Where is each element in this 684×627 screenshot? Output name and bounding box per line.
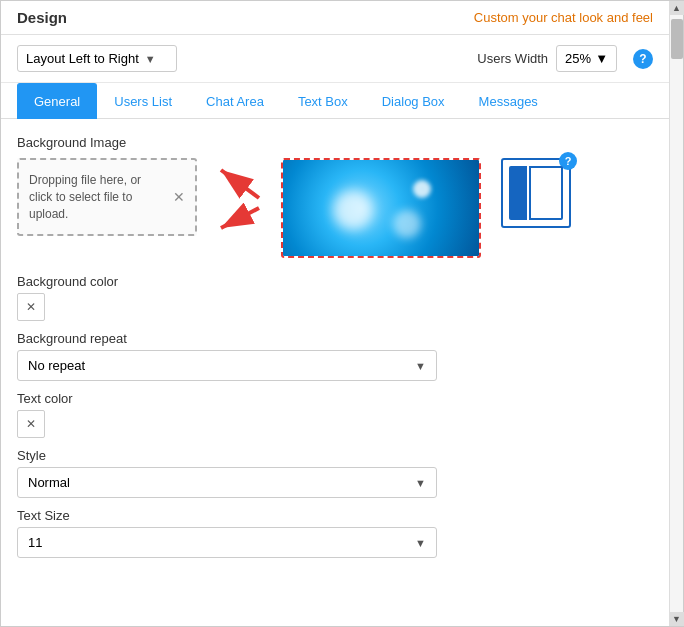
text-color-swatch[interactable]: ✕ — [17, 410, 45, 438]
text-size-arrow-icon: ▼ — [415, 537, 426, 549]
svg-line-3 — [221, 208, 259, 228]
tab-general[interactable]: General — [17, 83, 97, 119]
tab-text-box[interactable]: Text Box — [281, 83, 365, 119]
style-dropdown[interactable]: Normal ▼ — [17, 467, 437, 498]
bg-color-x-icon: ✕ — [26, 300, 36, 314]
preview-image-inner — [283, 160, 479, 256]
bg-color-label: Background color — [17, 274, 653, 289]
page-subtitle: Custom your chat look and feel — [474, 10, 653, 25]
users-width-arrow: ▼ — [595, 51, 608, 66]
scrollbar: ▲ ▼ — [669, 1, 683, 626]
page-title: Design — [17, 9, 67, 26]
upload-box[interactable]: Dropping file here, or click to select f… — [17, 158, 197, 236]
scroll-track — [671, 15, 683, 612]
svg-line-2 — [221, 170, 259, 198]
preview-image[interactable] — [281, 158, 481, 258]
text-color-wrapper: ✕ — [17, 410, 653, 438]
bg-image-label: Background Image — [17, 135, 653, 150]
text-size-dropdown[interactable]: 11 ▼ — [17, 527, 437, 558]
text-size-value: 11 — [28, 535, 42, 550]
scroll-down-button[interactable]: ▼ — [670, 612, 684, 626]
layout-right-pane — [529, 166, 563, 220]
style-arrow-icon: ▼ — [415, 477, 426, 489]
upload-close-icon[interactable]: ✕ — [173, 189, 185, 205]
content-area: Background Image Dropping file here, or … — [1, 119, 669, 626]
users-width-label: Users Width — [477, 51, 548, 66]
scroll-thumb[interactable] — [671, 19, 683, 59]
text-color-x-icon: ✕ — [26, 417, 36, 431]
tab-users-list[interactable]: Users List — [97, 83, 189, 119]
bg-image-row: Dropping file here, or click to select f… — [17, 158, 653, 258]
toolbar: Layout Left to Right ▼ Users Width 25% ▼… — [1, 35, 669, 83]
style-value: Normal — [28, 475, 70, 490]
users-width-section: Users Width 25% ▼ ? — [477, 45, 653, 72]
orb3 — [413, 180, 431, 198]
header: Design Custom your chat look and feel — [1, 1, 669, 35]
bg-color-swatch[interactable]: ✕ — [17, 293, 45, 321]
arrows-area — [209, 158, 269, 248]
users-width-help-icon[interactable]: ? — [633, 49, 653, 69]
bg-repeat-dropdown[interactable]: No repeat ▼ — [17, 350, 437, 381]
scroll-up-icon: ▲ — [672, 3, 681, 13]
text-size-label: Text Size — [17, 508, 653, 523]
arrows-svg — [209, 158, 269, 248]
tabs-bar: General Users List Chat Area Text Box Di… — [1, 83, 669, 119]
bg-repeat-arrow-icon: ▼ — [415, 360, 426, 372]
tab-dialog-box[interactable]: Dialog Box — [365, 83, 462, 119]
layout-preview-box: ? — [501, 158, 571, 228]
layout-preview-inner — [509, 166, 563, 220]
orb1 — [333, 190, 373, 230]
users-width-value: 25% — [565, 51, 591, 66]
bg-color-wrapper: ✕ — [17, 293, 653, 321]
bg-repeat-value: No repeat — [28, 358, 85, 373]
upload-text: Dropping file here, or click to select f… — [29, 172, 167, 222]
style-label: Style — [17, 448, 653, 463]
layout-left-pane — [509, 166, 527, 220]
main-content: Design Custom your chat look and feel La… — [1, 1, 669, 626]
scroll-down-icon: ▼ — [672, 614, 681, 624]
text-color-label: Text color — [17, 391, 653, 406]
orb2 — [393, 210, 421, 238]
layout-dropdown-arrow: ▼ — [145, 53, 156, 65]
scroll-up-button[interactable]: ▲ — [670, 1, 684, 15]
tab-messages[interactable]: Messages — [462, 83, 555, 119]
users-width-dropdown[interactable]: 25% ▼ — [556, 45, 617, 72]
main-window: Design Custom your chat look and feel La… — [0, 0, 684, 627]
tab-chat-area[interactable]: Chat Area — [189, 83, 281, 119]
layout-dropdown-label: Layout Left to Right — [26, 51, 139, 66]
layout-dropdown[interactable]: Layout Left to Right ▼ — [17, 45, 177, 72]
bg-repeat-label: Background repeat — [17, 331, 653, 346]
